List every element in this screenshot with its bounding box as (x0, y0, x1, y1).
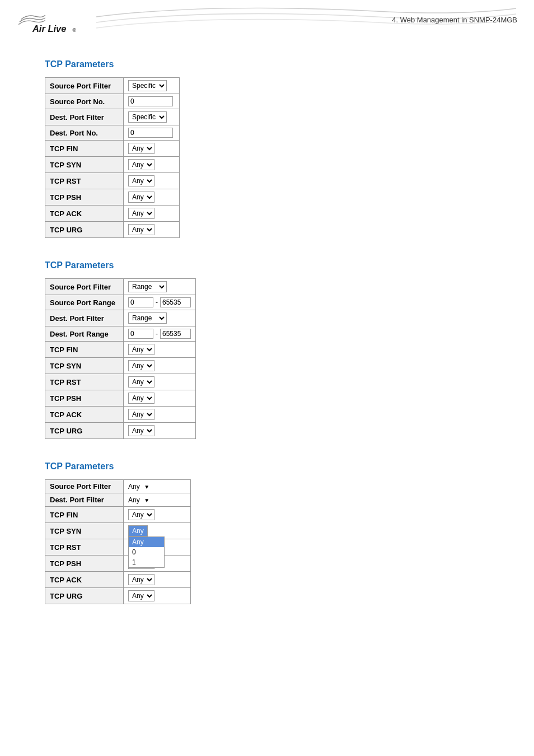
select-source-port-filter-2[interactable]: RangeAnySpecific (128, 281, 167, 292)
table-row: TCP RST Any01 (45, 374, 196, 390)
label-tcp-psh-3: TCP PSH (45, 556, 124, 572)
dropdown-item-any[interactable]: Any (129, 537, 164, 547)
table-row: TCP ACK Any01 (45, 572, 191, 588)
value-tcp-urg-2[interactable]: Any01 (124, 423, 196, 439)
section-1: TCP Parameters Source Port Filter Specif… (45, 59, 489, 238)
table-row: TCP ACK Any01 (45, 407, 196, 423)
value-source-port-range-2[interactable]: - (124, 295, 196, 310)
section-title-3: TCP Parameters (45, 461, 489, 472)
select-tcp-rst-2[interactable]: Any01 (128, 376, 154, 388)
tcp-params-table-3: Source Port Filter Any ▼ Dest. Port Filt… (45, 479, 191, 604)
tcp-syn-dropdown-wrapper[interactable]: Any Any 0 1 (128, 525, 148, 536)
label-tcp-urg-3: TCP URG (45, 588, 124, 604)
select-tcp-fin-3[interactable]: Any01 (128, 509, 154, 520)
label-tcp-urg-1: TCP URG (45, 222, 124, 238)
section-3: TCP Parameters Source Port Filter Any ▼ … (45, 461, 489, 604)
value-tcp-syn-3[interactable]: Any Any 0 1 (124, 523, 191, 539)
value-dest-port-filter-2[interactable]: RangeAnySpecific (124, 310, 196, 326)
value-tcp-ack-3[interactable]: Any01 (124, 572, 191, 588)
label-tcp-rst-2: TCP RST (45, 374, 124, 390)
label-tcp-urg-2: TCP URG (45, 423, 124, 439)
table-row: TCP RST Any01 (45, 173, 180, 189)
value-tcp-fin-2[interactable]: Any01 (124, 342, 196, 358)
select-tcp-ack-1[interactable]: Any01 (128, 208, 154, 219)
value-tcp-psh-1[interactable]: Any01 (124, 189, 180, 206)
value-source-port-no-1[interactable] (124, 94, 180, 109)
chevron-down-icon-dpf3[interactable]: ▼ (144, 497, 149, 503)
dest-port-range-max[interactable] (160, 329, 191, 339)
value-dest-port-range-2[interactable]: - (124, 326, 196, 342)
value-tcp-rst-2[interactable]: Any01 (124, 374, 196, 390)
select-tcp-psh-2[interactable]: Any01 (128, 393, 154, 404)
label-tcp-ack-3: TCP ACK (45, 572, 124, 588)
select-tcp-fin-2[interactable]: Any01 (128, 344, 154, 355)
label-tcp-ack-1: TCP ACK (45, 206, 124, 222)
source-port-range-min[interactable] (128, 297, 153, 307)
select-source-port-filter-1[interactable]: SpecificAnyRange (128, 80, 167, 91)
svg-text:®: ® (72, 27, 76, 33)
table-row: Source Port Filter Any ▼ (45, 480, 191, 493)
value-tcp-syn-1[interactable]: Any01 (124, 157, 180, 173)
table-row: TCP SYN Any Any 0 1 (45, 523, 191, 539)
table-row: Dest. Port Range - (45, 326, 196, 342)
table-row: TCP SYN Any01 (45, 358, 196, 374)
svg-text:Air Live: Air Live (32, 24, 67, 34)
table-row: TCP ACK Any01 (45, 206, 180, 222)
select-tcp-fin-1[interactable]: Any01 (128, 143, 154, 154)
value-dest-port-no-1[interactable] (124, 125, 180, 141)
value-tcp-rst-1[interactable]: Any01 (124, 173, 180, 189)
select-tcp-rst-1[interactable]: Any01 (128, 175, 154, 186)
select-tcp-ack-2[interactable]: Any01 (128, 409, 154, 420)
tcp-params-table-2: Source Port Filter RangeAnySpecific Sour… (45, 278, 196, 439)
value-source-port-filter-2[interactable]: RangeAnySpecific (124, 279, 196, 295)
input-source-port-no-1[interactable] (128, 96, 173, 106)
select-tcp-urg-3[interactable]: Any01 (128, 590, 154, 601)
source-port-filter-3-text: Any (128, 483, 140, 491)
dest-port-range-min[interactable] (128, 329, 153, 339)
select-tcp-urg-1[interactable]: Any01 (128, 224, 154, 235)
select-tcp-ack-3[interactable]: Any01 (128, 574, 154, 585)
value-source-port-filter-3[interactable]: Any ▼ (124, 480, 191, 493)
section-2: TCP Parameters Source Port Filter RangeA… (45, 260, 489, 439)
select-dest-port-filter-1[interactable]: SpecificAnyRange (128, 111, 167, 123)
tcp-syn-dropdown-list: Any 0 1 (128, 536, 165, 568)
dropdown-item-0[interactable]: 0 (129, 547, 164, 557)
table-row: Source Port Filter RangeAnySpecific (45, 279, 196, 295)
value-tcp-syn-2[interactable]: Any01 (124, 358, 196, 374)
label-dest-port-filter-1: Dest. Port Filter (45, 109, 124, 125)
chevron-down-icon-spf3[interactable]: ▼ (144, 484, 149, 490)
select-tcp-psh-1[interactable]: Any01 (128, 192, 154, 203)
value-tcp-psh-2[interactable]: Any01 (124, 390, 196, 407)
select-tcp-urg-2[interactable]: Any01 (128, 425, 154, 436)
value-tcp-fin-3[interactable]: Any01 (124, 507, 191, 523)
value-tcp-fin-1[interactable]: Any01 (124, 141, 180, 157)
value-source-port-filter-1[interactable]: SpecificAnyRange (124, 78, 180, 94)
value-dest-port-filter-1[interactable]: SpecificAnyRange (124, 109, 180, 125)
label-dest-port-range-2: Dest. Port Range (45, 326, 124, 342)
value-tcp-ack-1[interactable]: Any01 (124, 206, 180, 222)
value-dest-port-filter-3[interactable]: Any ▼ (124, 493, 191, 507)
source-port-range-max[interactable] (160, 297, 191, 307)
table-row: Dest. Port Filter RangeAnySpecific (45, 310, 196, 326)
table-row: Dest. Port Filter SpecificAnyRange (45, 109, 180, 125)
label-tcp-fin-2: TCP FIN (45, 342, 124, 358)
select-dest-port-filter-2[interactable]: RangeAnySpecific (128, 312, 167, 324)
main-content: TCP Parameters Source Port Filter Specif… (0, 43, 534, 643)
select-tcp-syn-2[interactable]: Any01 (128, 360, 154, 371)
page-title: 4. Web Management in SNMP-24MGB (392, 16, 517, 24)
label-source-port-filter-1: Source Port Filter (45, 78, 124, 94)
airlive-logo: Air Live ® (17, 10, 84, 41)
dropdown-item-1[interactable]: 1 (129, 557, 164, 567)
table-row: TCP URG Any01 (45, 423, 196, 439)
label-tcp-syn-1: TCP SYN (45, 157, 124, 173)
tcp-syn-selected[interactable]: Any (128, 525, 148, 536)
label-tcp-fin-3: TCP FIN (45, 507, 124, 523)
value-tcp-urg-1[interactable]: Any01 (124, 222, 180, 238)
select-tcp-syn-1[interactable]: Any01 (128, 159, 154, 170)
label-dest-port-filter-2: Dest. Port Filter (45, 310, 124, 326)
value-tcp-urg-3[interactable]: Any01 (124, 588, 191, 604)
table-row: TCP URG Any01 (45, 588, 191, 604)
value-tcp-ack-2[interactable]: Any01 (124, 407, 196, 423)
label-tcp-rst-3: TCP RST (45, 539, 124, 556)
input-dest-port-no-1[interactable] (128, 128, 173, 138)
